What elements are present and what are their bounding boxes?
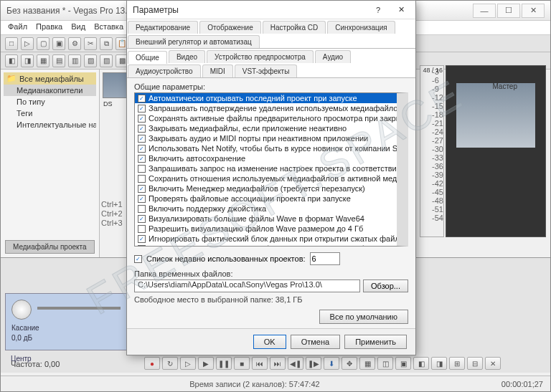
browse-button[interactable]: Обзор... [363, 279, 408, 292]
tool-button[interactable]: ▦ [359, 357, 375, 370]
checkbox[interactable] [138, 235, 146, 243]
media-project-tab[interactable]: Медиафайлы проекта [5, 240, 95, 254]
menu-edit[interactable]: Правка [36, 22, 62, 33]
param-check-row[interactable]: Визуализировать большие файлы Wave в фор… [135, 214, 397, 224]
param-check-row[interactable]: Автоматически открывать последний проект… [135, 93, 397, 103]
stop-button[interactable]: ■ [234, 357, 250, 370]
tool-button[interactable]: ✕ [485, 357, 501, 370]
tool-icon[interactable]: ▦ [37, 54, 50, 67]
checkbox[interactable] [138, 95, 146, 102]
param-check-row[interactable]: Запрашивать подтверждение удаления испол… [135, 103, 397, 113]
tree-item[interactable]: По типу [4, 96, 96, 107]
dialog-tab[interactable]: Настройка CD [263, 21, 326, 34]
menu-view[interactable]: Вид [71, 22, 85, 33]
pan-knob[interactable] [11, 300, 32, 320]
param-check-row[interactable]: Использовать Net Notify, чтобы быть в ку… [135, 143, 397, 153]
checkbox[interactable] [138, 225, 146, 233]
dialog-tab[interactable]: Видео [169, 50, 205, 63]
param-check-row[interactable]: Разрешить удаление перевода формата при … [135, 244, 397, 246]
param-check-row[interactable]: Сохранить отношения используемых медиафа… [135, 173, 397, 183]
tool-button[interactable]: ✥ [342, 357, 357, 370]
param-check-row[interactable]: Включить Менеджер медиафайлов (требуется… [135, 183, 397, 193]
copy-icon[interactable]: ⧉ [100, 37, 113, 50]
ok-button[interactable]: OK [253, 335, 286, 349]
dialog-tab[interactable]: Отображение [199, 21, 261, 34]
next-frame-button[interactable]: ❚▶ [306, 357, 321, 370]
record-button[interactable]: ● [144, 357, 160, 370]
general-params-checklist[interactable]: Автоматически открывать последний проект… [134, 92, 408, 247]
tool-button[interactable]: ◧ [413, 357, 429, 370]
tool-button[interactable]: ▣ [395, 357, 411, 370]
dialog-tab[interactable]: Общие [128, 51, 167, 64]
go-start-button[interactable]: ⏮ [252, 357, 268, 370]
tool-button[interactable]: ⊞ [449, 357, 465, 370]
close-button[interactable]: ✕ [392, 4, 410, 16]
apply-button[interactable]: Применить [344, 335, 407, 349]
go-end-button[interactable]: ⏭ [270, 357, 286, 370]
tree-item[interactable]: Медианакопители [4, 85, 96, 96]
dialog-tab[interactable]: VST-эффекты [235, 64, 298, 77]
dialog-tab[interactable]: Аудио [315, 50, 351, 63]
param-check-row[interactable]: Разрешить визуализацию файлов Wave разме… [135, 224, 397, 234]
menu-insert[interactable]: Вставка [94, 22, 123, 33]
properties-icon[interactable]: ⚙ [68, 37, 81, 50]
checkbox[interactable] [138, 145, 146, 153]
play-start-button[interactable]: ▷ [180, 357, 196, 370]
tool-button[interactable]: ⊟ [467, 357, 483, 370]
checkbox[interactable] [138, 185, 146, 193]
tool-icon[interactable]: ◧ [5, 54, 18, 67]
checkbox[interactable] [138, 245, 146, 247]
menu-file[interactable]: Файл [8, 22, 27, 33]
tool-icon[interactable]: ▨ [100, 54, 113, 67]
tool-button[interactable]: ◨ [431, 357, 447, 370]
checkbox[interactable] [138, 195, 146, 203]
help-button[interactable]: ? [369, 4, 387, 16]
param-check-row[interactable]: Включить автосохранение [135, 153, 397, 163]
new-icon[interactable]: □ [5, 37, 18, 50]
param-check-row[interactable]: Запрашивать запрос на изменение настроек… [135, 163, 397, 173]
param-check-row[interactable]: Закрывать медиафайлы, если приложение не… [135, 123, 397, 133]
prev-frame-button[interactable]: ◀❚ [288, 357, 303, 370]
temp-folder-path[interactable]: C:\Users\diami\AppData\Local\Sony\Vegas … [134, 279, 360, 292]
recent-projects-checkbox[interactable] [134, 255, 142, 263]
dialog-tab[interactable]: Устройство предпросмотра [207, 50, 314, 63]
checkbox[interactable] [138, 165, 146, 173]
audio-track-header[interactable]: Касание 0,0 дБ [5, 293, 130, 350]
checkbox[interactable] [138, 105, 146, 113]
dialog-tab[interactable]: MIDI [202, 64, 233, 77]
volume-slider[interactable] [37, 307, 121, 310]
render-icon[interactable]: ▣ [52, 37, 65, 50]
tool-icon[interactable]: ◨ [21, 54, 34, 67]
dialog-tab[interactable]: Синхронизация [327, 21, 395, 34]
loop-button[interactable]: ↻ [162, 357, 178, 370]
checkbox[interactable] [138, 135, 146, 143]
play-button[interactable]: ▶ [198, 357, 214, 370]
tree-root-folder[interactable]: 📁Все медиафайлы [4, 72, 96, 85]
maximize-button[interactable]: ☐ [497, 4, 520, 18]
tool-button[interactable]: ◫ [377, 357, 393, 370]
dialog-tab[interactable]: Редактирование [128, 21, 198, 34]
tree-item[interactable]: Интеллектуальные нак [4, 119, 96, 130]
tool-icon[interactable]: ▧ [84, 54, 97, 67]
param-check-row[interactable]: Закрывать аудио и MIDI порты при неактив… [135, 133, 397, 143]
defaults-button[interactable]: Все по умолчанию [319, 310, 408, 324]
checkbox[interactable] [138, 155, 146, 163]
close-button[interactable]: ✕ [522, 4, 545, 18]
cut-icon[interactable]: ✂ [84, 37, 97, 50]
dialog-tab[interactable]: Аудиоустройство [128, 64, 201, 77]
open-icon[interactable]: ▷ [21, 37, 34, 50]
checkbox[interactable] [138, 125, 146, 133]
pause-button[interactable]: ❚❚ [216, 357, 232, 370]
checkbox[interactable] [138, 215, 146, 223]
param-check-row[interactable]: Игнорировать фактический блок данных при… [135, 234, 397, 244]
param-check-row[interactable]: Сохранять активные файлы предварительног… [135, 113, 397, 123]
tree-item[interactable]: Теги [4, 107, 96, 119]
marker-button[interactable]: ⬇ [324, 357, 339, 370]
tool-icon[interactable]: ▤ [52, 54, 65, 67]
param-check-row[interactable]: Проверять файловые ассоциации проекта пр… [135, 193, 397, 204]
checkbox[interactable] [138, 175, 146, 183]
tool-icon[interactable]: ▥ [68, 54, 81, 67]
cancel-button[interactable]: Отмена [291, 335, 340, 349]
checkbox[interactable] [138, 205, 146, 213]
minimize-button[interactable]: — [473, 4, 496, 18]
